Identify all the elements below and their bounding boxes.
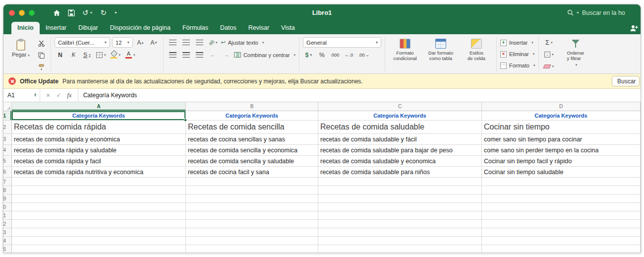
cell-D1[interactable]: Categoría Keywords	[482, 111, 641, 121]
home-icon[interactable]	[53, 9, 60, 16]
cell-A11[interactable]	[12, 211, 186, 220]
cell-D11[interactable]	[482, 211, 641, 220]
cell-B14[interactable]	[186, 237, 318, 245]
orientation-button[interactable]: ab	[207, 37, 219, 48]
row-header-3[interactable]: 3	[3, 134, 12, 145]
format-painter-icon[interactable]	[36, 62, 47, 72]
formula-content[interactable]: Categoría Keywords	[78, 89, 142, 102]
align-bottom-button[interactable]	[194, 37, 205, 48]
thousands-separator-button[interactable]: 000	[330, 50, 341, 60]
tab-insertar[interactable]: Insertar	[40, 22, 72, 34]
row-header-14[interactable]: 14	[3, 237, 12, 245]
column-header-D[interactable]: D	[482, 102, 641, 111]
currency-format-button[interactable]: $	[303, 50, 314, 60]
cell-D2[interactable]: Cocinar sin tiempo	[482, 121, 641, 134]
cell-D7[interactable]	[482, 178, 641, 186]
cell-B8[interactable]	[186, 186, 318, 194]
cell-C5[interactable]: recetas de comida saludable y economica	[318, 156, 482, 167]
customize-toolbar-caret-icon[interactable]: ▼	[114, 11, 117, 14]
cell-A13[interactable]	[12, 228, 186, 237]
cell-C10[interactable]	[318, 203, 482, 211]
row-header-10[interactable]: 10	[3, 203, 12, 211]
cell-D12[interactable]	[482, 220, 641, 228]
cell-C13[interactable]	[318, 228, 482, 237]
minimize-window-button[interactable]	[19, 10, 25, 16]
row-header-8[interactable]: 8	[3, 186, 12, 194]
cell-A8[interactable]	[12, 186, 186, 194]
zoom-window-button[interactable]	[29, 10, 35, 16]
name-box-stepper[interactable]: ▲▼	[34, 93, 38, 97]
cell-D3[interactable]: comer sano sin tiempo para cocinar	[482, 134, 641, 145]
tab-inicio[interactable]: Inicio	[11, 22, 40, 34]
cell-D9[interactable]	[482, 194, 641, 203]
cell-A1[interactable]: Categoría Keywords	[12, 111, 186, 121]
tab-datos[interactable]: Datos	[214, 22, 242, 34]
cell-C9[interactable]	[318, 194, 482, 203]
align-center-button[interactable]	[180, 50, 192, 60]
check-updates-button[interactable]: Buscar	[612, 76, 640, 86]
bold-button[interactable]: N	[55, 50, 66, 60]
cell-C1[interactable]: Categoría Keywords	[318, 111, 482, 121]
cell-C7[interactable]	[318, 178, 482, 186]
cell-B7[interactable]	[186, 178, 318, 186]
cell-B12[interactable]	[186, 220, 318, 228]
cell-A12[interactable]	[12, 220, 186, 228]
increase-font-size-button[interactable]: A	[135, 37, 146, 48]
cell-A14[interactable]	[12, 237, 186, 245]
row-header-2[interactable]: 2	[3, 121, 12, 134]
conditional-formatting-button[interactable]: Formatocondicional	[389, 37, 421, 63]
cell-A6[interactable]: recetas de comida rapida nutritiva y eco…	[12, 167, 186, 178]
cell-C14[interactable]	[318, 237, 482, 245]
cut-button[interactable]	[36, 38, 47, 49]
clear-button[interactable]	[542, 61, 555, 71]
row-header-5[interactable]: 5	[3, 156, 12, 167]
search-box[interactable]: ▼ Buscar en la ho	[567, 9, 641, 16]
cell-C3[interactable]: recetas de comida saludable y fácil	[318, 134, 482, 145]
cell-B9[interactable]	[186, 194, 318, 203]
cell-D5[interactable]: Cocinar sin tiempo facil y rápido	[482, 156, 641, 167]
save-icon[interactable]	[68, 9, 75, 16]
row-header-13[interactable]: 13	[3, 228, 12, 237]
underline-button[interactable]: S	[81, 50, 93, 60]
row-header-11[interactable]: 11	[3, 211, 12, 220]
cell-A2[interactable]: Recetas de comida rápida	[12, 121, 186, 134]
enter-icon[interactable]: ✓	[56, 92, 61, 99]
cell-styles-button[interactable]: Estilosde celda	[460, 37, 493, 63]
cell-A3[interactable]: recetas de comida rápida y económica	[12, 134, 186, 145]
cell-D13[interactable]	[482, 228, 641, 237]
cell-D15[interactable]	[482, 245, 641, 253]
align-middle-button[interactable]	[180, 37, 192, 48]
cell-C12[interactable]	[318, 220, 482, 228]
row-header-1[interactable]: 1	[3, 111, 12, 121]
borders-button[interactable]	[95, 50, 108, 60]
cell-A15[interactable]	[12, 245, 186, 253]
cell-D8[interactable]	[482, 186, 641, 194]
align-left-button[interactable]	[167, 50, 178, 60]
cell-B3[interactable]: recetas de cocina sencillas y sanas	[186, 134, 318, 145]
percent-format-button[interactable]: %	[316, 50, 328, 60]
cell-B2[interactable]: Recetas de comida sencilla	[186, 121, 318, 134]
row-header-15[interactable]: 15	[3, 245, 12, 253]
cancel-icon[interactable]: ×	[46, 91, 50, 99]
tab-disposición-de-página[interactable]: Disposición de página	[104, 22, 176, 34]
cell-C11[interactable]	[318, 211, 482, 220]
tab-vista[interactable]: Vista	[275, 22, 301, 34]
sort-filter-button[interactable]: Ordenary filtrar	[559, 37, 592, 68]
row-header-6[interactable]: 6	[3, 167, 12, 178]
italic-button[interactable]: K	[68, 50, 79, 60]
copy-button[interactable]	[36, 50, 47, 61]
redo-icon[interactable]: ↻	[101, 9, 107, 16]
cell-D14[interactable]	[482, 237, 641, 245]
increase-decimal-button[interactable]: ←.0	[343, 50, 354, 60]
tab-revisar[interactable]: Revisar	[242, 22, 275, 34]
fill-button[interactable]: ↓	[542, 49, 555, 60]
align-right-button[interactable]	[194, 50, 205, 60]
cell-A4[interactable]: recetas de comida rápida y saludable	[12, 145, 186, 156]
delete-cells-button[interactable]: × Eliminar	[500, 49, 535, 59]
column-header-A[interactable]: A	[12, 102, 186, 111]
format-as-table-button[interactable]: Dar formatocomo tabla	[424, 37, 457, 63]
cell-B10[interactable]	[186, 203, 318, 211]
column-header-C[interactable]: C	[318, 102, 482, 111]
cell-A5[interactable]: recetas de comida rápida y facil	[12, 156, 186, 167]
cell-D10[interactable]	[482, 203, 641, 211]
